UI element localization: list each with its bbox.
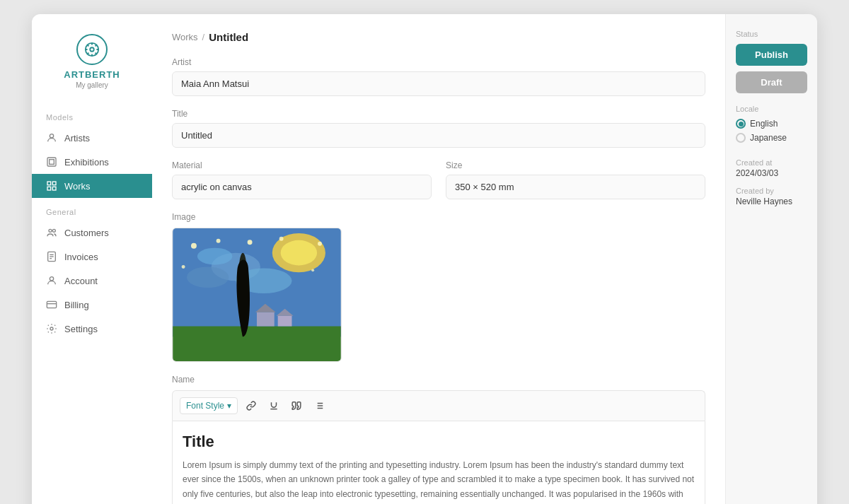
svg-point-23 [50,277,53,281]
sidebar-item-label: Customers [64,228,109,238]
svg-point-34 [197,248,232,265]
underline-icon [269,401,279,411]
locale-japanese[interactable]: Japanese [736,133,807,143]
material-input[interactable]: acrylic on canvas [172,175,432,199]
sidebar-item-label: Works [64,181,91,192]
svg-rect-11 [47,158,56,166]
publish-button[interactable]: Publish [736,44,807,66]
locale-english-label: English [750,119,778,129]
size-input[interactable]: 350 × 520 mm [446,175,705,199]
sidebar-item-works[interactable]: Works [32,174,152,198]
sidebar-item-customers[interactable]: Customers [32,221,152,245]
meta-section: Created at 2024/03/03 Created by Neville… [736,158,807,215]
sidebar-logo: ARTBERTH My gallery [32,14,152,103]
quote-button[interactable] [287,397,306,415]
svg-point-35 [191,243,197,249]
rich-content-title: Title [183,433,695,451]
svg-point-32 [187,266,229,288]
link-button[interactable] [242,397,260,415]
link-icon [246,401,256,411]
chevron-down-icon: ▾ [227,401,231,411]
general-section-label: General [32,198,152,221]
size-label: Size [446,160,705,170]
list-icon [314,401,324,411]
title-input[interactable]: Untitled [172,123,705,148]
svg-point-17 [49,229,52,232]
main-content: Works / Untitled Artist Maia Ann Matsui … [152,14,725,504]
svg-line-9 [96,45,97,47]
list-button[interactable] [310,397,328,415]
svg-rect-24 [47,301,56,307]
title-label: Title [172,109,705,119]
invoice-icon [46,251,57,262]
svg-rect-16 [52,187,56,190]
draft-button[interactable]: Draft [736,71,807,93]
sidebar-item-label: Account [64,276,98,286]
svg-point-40 [182,265,185,269]
size-field-group: Size 350 × 520 mm [446,160,705,199]
svg-point-30 [281,240,317,266]
material-field-group: Material acrylic on canvas [172,160,432,199]
material-size-row: Material acrylic on canvas Size 350 × 52… [172,160,705,212]
grid-icon [46,180,57,192]
svg-point-26 [50,327,53,330]
settings-icon [46,323,57,334]
brand-name: ARTBERTH [64,69,120,80]
svg-rect-45 [278,316,292,327]
material-label: Material [172,160,432,170]
locale-label: Locale [736,105,807,113]
svg-rect-13 [47,182,51,185]
svg-line-6 [88,45,89,47]
billing-icon [46,299,57,310]
right-panel: Status Publish Draft Locale English Japa… [725,14,817,504]
svg-point-10 [50,134,53,138]
sidebar-item-account[interactable]: Account [32,269,152,293]
radio-japanese[interactable] [736,133,746,143]
sidebar-item-billing[interactable]: Billing [32,293,152,317]
models-section-label: Models [32,103,152,126]
locale-english[interactable]: English [736,119,807,129]
radio-english[interactable] [736,119,746,129]
account-icon [46,275,57,286]
image-section: Image [172,212,705,362]
svg-point-39 [318,242,322,246]
sidebar: ARTBERTH My gallery Models Artists Exhib… [32,14,152,504]
sidebar-item-label: Invoices [64,252,98,262]
font-style-dropdown[interactable]: Font Style ▾ [180,397,238,414]
name-label: Name [172,375,705,385]
frame-icon [46,156,57,168]
breadcrumb-current: Untitled [209,31,248,43]
logo-icon [76,34,108,65]
sidebar-item-exhibitions[interactable]: Exhibitions [32,150,152,174]
title-field-group: Title Untitled [172,109,705,148]
sidebar-item-label: Exhibitions [64,157,109,168]
underline-button[interactable] [265,397,283,415]
person-icon [46,132,57,143]
svg-line-7 [96,53,97,54]
sidebar-item-artists[interactable]: Artists [32,126,152,150]
sidebar-item-invoices[interactable]: Invoices [32,245,152,269]
breadcrumb-parent[interactable]: Works [172,32,198,42]
rich-toolbar: Font Style ▾ [172,390,705,421]
svg-point-41 [311,269,314,271]
image-label: Image [172,212,705,222]
svg-point-36 [216,239,221,243]
brand-sub: My gallery [76,81,108,89]
name-section: Name Font Style ▾ [172,375,705,504]
created-at-value: 2024/03/03 [736,168,807,178]
sidebar-item-label: Settings [64,324,98,334]
locale-japanese-label: Japanese [750,133,787,143]
breadcrumb: Works / Untitled [172,31,705,43]
svg-rect-12 [50,160,54,165]
svg-rect-15 [47,187,51,190]
sidebar-item-settings[interactable]: Settings [32,317,152,341]
artist-input[interactable]: Maia Ann Matsui [172,71,705,96]
image-box[interactable] [172,228,342,362]
breadcrumb-separator: / [202,32,205,42]
created-by-label: Created by [736,187,807,195]
rich-content[interactable]: Title Lorem Ipsum is simply dummy text o… [172,421,705,504]
svg-point-1 [90,47,94,52]
font-style-label: Font Style [186,401,224,411]
svg-rect-14 [52,182,56,185]
artist-label: Artist [172,57,705,67]
